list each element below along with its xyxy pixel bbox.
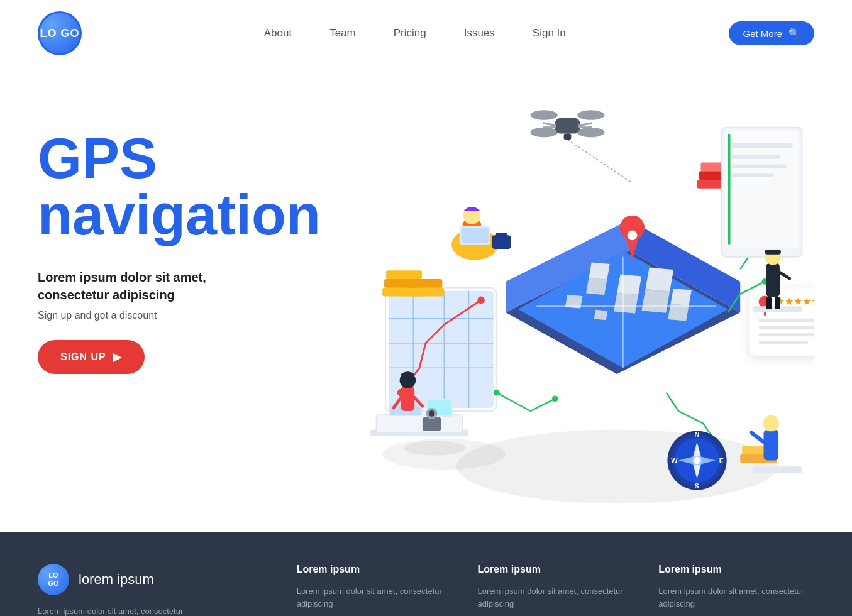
svg-text:E: E (719, 457, 724, 465)
hero-desc: Sign up and get a discount (38, 310, 321, 321)
svg-rect-18 (641, 289, 670, 313)
nav-issues[interactable]: Issues (464, 27, 495, 40)
search-icon: 🔍 (788, 28, 800, 39)
footer-col-1: Lorem ipsum Lorem ipsum dolor sit amet, … (297, 564, 453, 616)
svg-rect-48 (759, 319, 814, 322)
footer-logo: LO GO (38, 564, 69, 595)
hero-title-nav: navigation (38, 187, 321, 243)
footer-col-2: Lorem ipsum Lorem ipsum dolor sit amet, … (477, 564, 633, 616)
nav: About Team Pricing Issues Sign In (101, 27, 729, 40)
svg-rect-16 (617, 275, 641, 295)
svg-rect-32 (386, 270, 422, 279)
svg-point-11 (477, 296, 485, 304)
hero-subtitle: Lorem ipsum dolor sit amet, consectetur … (38, 268, 321, 304)
get-more-button[interactable]: Get More 🔍 (729, 21, 814, 45)
footer-col3-item1: Lorem ipsum dolor sit amet, consectetur … (658, 585, 814, 610)
svg-rect-76 (492, 235, 511, 249)
svg-rect-22 (671, 289, 692, 305)
svg-rect-39 (725, 131, 799, 248)
footer-col2-item1: Lorem ipsum dolor sit amet, consectetur … (477, 585, 633, 610)
footer: LO GO lorem ipsum Lorem ipsum dolor sit … (0, 532, 852, 616)
svg-rect-40 (731, 143, 793, 148)
header: LO GO About Team Pricing Issues Sign In … (0, 0, 852, 67)
svg-rect-44 (728, 133, 731, 245)
hero-section: GPS navigation Lorem ipsum dolor sit ame… (0, 67, 852, 532)
svg-rect-95 (401, 387, 415, 411)
signup-button[interactable]: SIGN UP ▶ (38, 340, 145, 374)
header-right: Get More 🔍 (729, 21, 814, 45)
svg-rect-86 (764, 429, 779, 460)
svg-rect-19 (646, 268, 674, 292)
svg-point-62 (577, 110, 604, 120)
svg-rect-20 (594, 310, 608, 320)
svg-point-2 (404, 441, 466, 456)
svg-point-26 (494, 390, 500, 396)
svg-line-70 (568, 140, 633, 183)
svg-line-88 (751, 432, 764, 442)
footer-col1-title: Lorem ipsum (297, 564, 453, 575)
svg-point-101 (429, 410, 435, 417)
svg-rect-77 (496, 233, 507, 236)
svg-rect-85 (753, 466, 802, 473)
arrow-icon: ▶ (113, 350, 122, 364)
svg-text:N: N (695, 431, 700, 438)
svg-rect-69 (564, 133, 572, 140)
svg-point-0 (456, 429, 777, 503)
svg-point-27 (552, 395, 558, 402)
svg-point-61 (531, 110, 558, 120)
nav-signin[interactable]: Sign In (533, 27, 566, 40)
svg-point-64 (577, 128, 604, 138)
nav-pricing[interactable]: Pricing (394, 27, 426, 40)
footer-logo-section: LO GO lorem ipsum Lorem ipsum dolor sit … (38, 564, 272, 616)
svg-line-66 (578, 123, 592, 126)
svg-rect-42 (731, 165, 787, 168)
svg-rect-13 (586, 278, 607, 295)
svg-rect-51 (759, 341, 808, 344)
nav-team[interactable]: Team (329, 27, 356, 40)
footer-col1-item1: Lorem ipsum dolor sit amet, consectetur … (297, 585, 453, 610)
hero-text: GPS navigation Lorem ipsum dolor sit ame… (38, 92, 321, 374)
svg-rect-99 (423, 417, 441, 431)
footer-brand: lorem ipsum (79, 571, 154, 588)
svg-text:W: W (671, 457, 678, 465)
footer-col3-title: Lorem ipsum (658, 564, 814, 575)
svg-rect-43 (731, 173, 775, 177)
svg-rect-41 (731, 155, 780, 159)
svg-rect-49 (759, 326, 814, 329)
svg-text:S: S (695, 482, 699, 490)
svg-rect-103 (406, 279, 442, 288)
svg-point-63 (531, 128, 558, 138)
logo: LO GO (38, 11, 82, 55)
svg-line-84 (780, 272, 790, 278)
svg-point-55 (694, 457, 701, 465)
svg-line-65 (543, 123, 556, 126)
isometric-illustration: ★★★★★ N S W E (321, 92, 814, 532)
hero-title-gps: GPS (38, 130, 321, 187)
footer-logo-row: LO GO lorem ipsum (38, 564, 272, 595)
nav-about[interactable]: About (264, 27, 292, 40)
svg-text:★★★★★: ★★★★★ (776, 296, 814, 307)
footer-col-3: Lorem ipsum Lorem ipsum dolor sit amet, … (658, 564, 814, 616)
svg-rect-15 (614, 293, 638, 313)
svg-rect-81 (765, 250, 782, 255)
svg-point-87 (763, 415, 780, 432)
footer-content: LO GO lorem ipsum Lorem ipsum dolor sit … (38, 564, 814, 616)
footer-description: Lorem ipsum dolor sit amet, consectetur … (38, 605, 201, 616)
svg-rect-83 (775, 297, 780, 309)
svg-rect-14 (589, 263, 609, 280)
svg-rect-60 (555, 118, 580, 134)
svg-point-25 (628, 231, 638, 241)
footer-col2-title: Lorem ipsum (477, 564, 633, 575)
svg-rect-79 (766, 263, 780, 297)
svg-rect-75 (462, 228, 489, 243)
svg-rect-102 (404, 288, 445, 297)
hero-illustration: ★★★★★ N S W E (321, 92, 814, 532)
svg-rect-82 (766, 297, 772, 309)
svg-rect-50 (759, 333, 814, 336)
